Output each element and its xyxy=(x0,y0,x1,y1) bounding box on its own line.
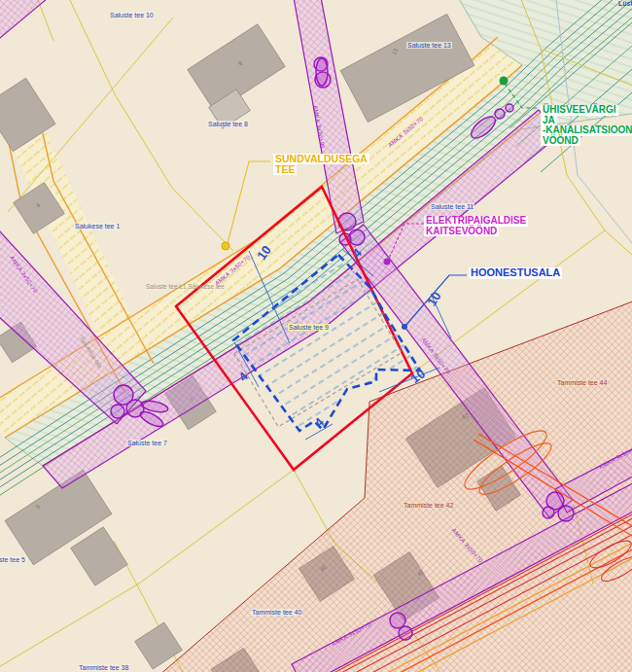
detail-plan-map-canvas[interactable]: Saluste tee 10 Saluste tee 13 Saluste te… xyxy=(0,0,632,672)
parcel-label: Saluste tee 11 xyxy=(430,203,474,210)
parcel-label: Saluste tee 8 xyxy=(207,121,249,127)
legend-text: ÜHISVEEVÄRGI xyxy=(541,105,618,116)
parcel-label: Tammiste tee 38 xyxy=(78,664,129,671)
legend-text: KAITSEVÖÖND xyxy=(424,227,499,237)
parcel-label: Tammiste tee 44 xyxy=(556,379,608,386)
green-leader-dot xyxy=(500,77,509,86)
legend-text: ELEKTRIPAIGALDISE xyxy=(424,216,528,227)
legend-uvk-voond: ÜHISVEEVÄRGI JA -KANALISATSIOONI VÖÖND xyxy=(541,105,632,146)
legend-elektripaigaldise-kaitsevoond: ELEKTRIPAIGALDISE KAITSEVÖÖND xyxy=(424,216,528,236)
parcel-label: Saluste tee 5 xyxy=(0,556,26,563)
corner-parcel-label: Lüsti xyxy=(618,0,632,7)
parcel-label: Saluste tee 13 xyxy=(406,42,452,49)
legend-hoonestusala: HOONESTUSALA xyxy=(469,267,562,279)
legend-sundvaldusega-tee: SUNDVALDUSEGA TEE xyxy=(273,154,369,175)
parcel-label: Tammiste tee 42 xyxy=(403,502,454,509)
map-drawing xyxy=(0,0,632,672)
legend-text: TEE xyxy=(273,164,297,175)
legend-text: HOONESTUSALA xyxy=(469,267,562,279)
legend-text: VÖÖND xyxy=(541,136,580,147)
yellow-leader-dot xyxy=(222,242,229,250)
legend-text: -KANALISATSIOONI xyxy=(541,125,632,136)
parcel-label: Tammiste tee 40 xyxy=(251,609,302,616)
purple-leader-dot xyxy=(384,259,391,265)
parcel-label: Salukese tee 1 xyxy=(74,223,121,230)
parcel-label: Saluste tee 10 xyxy=(109,12,155,18)
road-name-label: Saluste tee L1 Salukese tee xyxy=(146,284,225,291)
parcel-label: Saluste tee 9 xyxy=(288,324,330,331)
blue-leader-dot xyxy=(402,324,407,330)
parcel-label: Saluste tee 7 xyxy=(126,440,168,446)
